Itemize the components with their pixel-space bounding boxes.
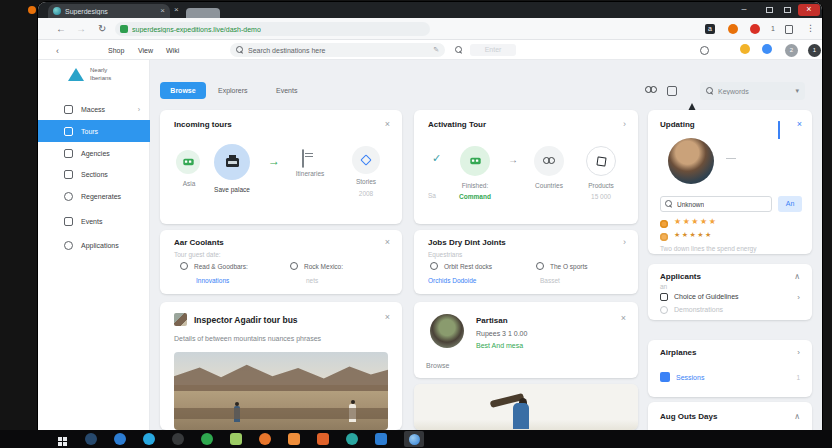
step-itineraries-icon[interactable]	[302, 150, 304, 168]
ticket-icon	[64, 127, 73, 136]
collapse-up-icon[interactable]: ∧	[794, 412, 800, 421]
extension-red-icon[interactable]	[750, 24, 760, 34]
cursor-icon[interactable]	[688, 86, 696, 111]
step-stories-icon[interactable]	[352, 146, 380, 174]
url-text: superdesigns-expeditions.live/dash-demo	[132, 26, 261, 33]
back-icon[interactable]: ←	[56, 23, 66, 34]
taskbar-app-5[interactable]	[201, 433, 213, 445]
forward-icon[interactable]: →	[76, 23, 86, 34]
sidebar-item-applications[interactable]: Applications	[38, 236, 150, 254]
disabled-action-button[interactable]: Enter	[470, 44, 516, 56]
profile-search-input[interactable]: Unknown	[660, 196, 772, 212]
taskbar-app-3[interactable]	[143, 433, 155, 445]
tab-events[interactable]: Events	[276, 87, 297, 94]
list-item-label[interactable]: Choice of Guidelines	[674, 293, 739, 300]
gauge-icon[interactable]	[778, 121, 780, 139]
restore-button[interactable]	[784, 7, 791, 13]
calendar-icon	[64, 217, 73, 226]
stat-link[interactable]: Orchids Dodoide	[428, 277, 476, 284]
step-finished-icon[interactable]	[460, 146, 490, 176]
taskbar-app-1[interactable]	[85, 433, 97, 445]
reload-icon[interactable]: ↻	[98, 23, 106, 34]
step-asia-icon[interactable]	[176, 150, 200, 174]
status-yellow-icon[interactable]	[740, 44, 750, 54]
toolbar-search-input[interactable]: Search destinations here ✎	[230, 43, 445, 57]
close-icon[interactable]: ×	[385, 120, 390, 129]
tab-browse[interactable]: Browse	[160, 82, 206, 99]
collapse-icon[interactable]: ›	[623, 120, 626, 129]
toolbar-link-3[interactable]: Wiki	[166, 47, 179, 54]
profile-search-button[interactable]: An	[778, 196, 802, 212]
minimize-button[interactable]: –	[738, 5, 750, 15]
translate-extension-icon[interactable]: a	[705, 24, 715, 34]
taskbar-app-4[interactable]	[172, 433, 184, 445]
toolbar-link-1[interactable]: Shop	[108, 47, 124, 54]
start-button-icon[interactable]	[58, 437, 62, 441]
logo-line-2: Iberians	[90, 74, 111, 82]
thumbnail-icon	[174, 313, 187, 326]
sidebar-label: Events	[81, 218, 102, 225]
main-area: Browse Explorers Events Keywords ▾ Incom…	[150, 60, 822, 430]
tab-explorers[interactable]: Explorers	[218, 87, 248, 94]
step-save-palace-icon[interactable]	[214, 144, 250, 180]
step-products-icon[interactable]	[586, 146, 616, 176]
avatar-dark[interactable]: 1	[808, 44, 821, 57]
extension-badge-count: 1	[771, 25, 775, 32]
close-icon[interactable]: ×	[385, 238, 390, 247]
card-inspector-tour: Inspector Agadir tour bus × Details of b…	[160, 302, 402, 430]
address-bar[interactable]: superdesigns-expeditions.live/dash-demo	[115, 22, 430, 36]
sessions-link[interactable]: Sessions	[676, 374, 704, 381]
taskbar-app-2[interactable]	[114, 433, 126, 445]
sidebar-item-sections[interactable]: Sections	[38, 165, 150, 183]
sidebar-item-agencies[interactable]: Agencies	[38, 144, 150, 162]
step-label: Sa	[428, 192, 436, 199]
stat-label: Rock Mexico:	[304, 263, 343, 270]
collapse-up-icon[interactable]: ∧	[794, 272, 800, 281]
expand-icon[interactable]: ›	[797, 348, 800, 357]
downloads-box-icon[interactable]	[785, 25, 793, 34]
taskbar-app-6[interactable]	[230, 433, 242, 445]
app-logo-icon	[68, 68, 84, 81]
circle-icon	[64, 241, 73, 250]
toolbar-link-2[interactable]: View	[138, 47, 153, 54]
tab-ghost[interactable]	[186, 8, 220, 18]
sidebar-item-regenerates[interactable]: Regenerates	[38, 187, 150, 205]
tab-close-icon[interactable]: ×	[160, 7, 165, 15]
box-icon	[596, 156, 606, 166]
new-tab-close-icon[interactable]: ×	[174, 6, 179, 14]
close-icon[interactable]: ×	[385, 313, 390, 322]
browse-link[interactable]: Browse	[426, 362, 449, 369]
list-item-label[interactable]: Demonstrations	[674, 306, 723, 313]
sidebar-item-tours[interactable]: Tours	[38, 120, 150, 142]
sidebar-item-events[interactable]: Events	[38, 212, 150, 230]
edit-icon[interactable]: ✎	[433, 46, 439, 54]
close-icon[interactable]: ×	[797, 120, 802, 129]
expand-icon[interactable]: ›	[623, 238, 626, 247]
taskbar-app-9[interactable]	[317, 433, 329, 445]
package-icon[interactable]	[667, 86, 677, 96]
browser-menu-icon[interactable]: ⋮	[806, 23, 815, 33]
chevron-right-icon[interactable]: ›	[797, 293, 800, 302]
chat-icon[interactable]	[700, 46, 709, 55]
avatar-gray[interactable]: 2	[785, 44, 798, 57]
taskbar-app-10[interactable]	[346, 433, 358, 445]
sidebar-item-macess[interactable]: Macess ›	[38, 100, 150, 118]
close-icon[interactable]: ×	[621, 314, 626, 323]
step-label: Finished:	[450, 182, 500, 189]
step-countries-icon[interactable]	[534, 146, 564, 176]
browser-tab[interactable]: Superdesigns ×	[48, 4, 170, 18]
taskbar-app-7[interactable]	[259, 433, 271, 445]
sidebar-label: Sections	[81, 171, 108, 178]
stat-link[interactable]: Innovations	[196, 277, 229, 284]
extension-orange-icon[interactable]	[728, 24, 738, 34]
taskbar-app-8[interactable]	[288, 433, 300, 445]
toolbar-back-icon[interactable]: ‹	[56, 46, 59, 56]
maximize-button[interactable]	[766, 7, 773, 13]
taskbar-active-app[interactable]	[404, 431, 424, 447]
close-button[interactable]: ×	[798, 4, 820, 16]
bus-icon	[470, 158, 480, 164]
keywords-select[interactable]: Keywords ▾	[700, 82, 805, 100]
printer-icon	[226, 158, 239, 167]
taskbar-app-11[interactable]	[375, 433, 387, 445]
status-blue-icon[interactable]	[762, 44, 772, 54]
